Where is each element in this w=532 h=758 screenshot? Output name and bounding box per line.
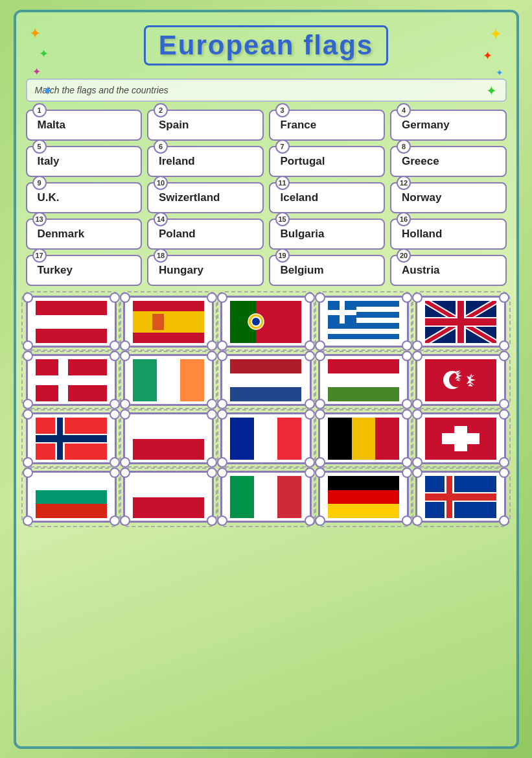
svg-rect-20 [328, 339, 399, 343]
flag-france [220, 412, 311, 464]
flag-ireland [123, 354, 214, 406]
svg-rect-79 [445, 476, 454, 518]
country-name-6: Ireland [159, 155, 195, 168]
svg-rect-61 [352, 418, 375, 460]
country-item-3: 3France [269, 110, 386, 141]
svg-rect-57 [230, 418, 254, 460]
flag-denmark [26, 354, 117, 406]
country-name-19: Belgium [281, 264, 324, 277]
country-num-3: 3 [275, 103, 290, 117]
country-item-11: 11Iceland [269, 182, 386, 213]
svg-rect-45 [425, 359, 496, 401]
country-num-13: 13 [32, 212, 47, 226]
svg-rect-17 [328, 323, 399, 329]
country-num-14: 14 [154, 212, 168, 226]
country-item-1: 1Malta [26, 110, 143, 141]
svg-line-27 [425, 301, 496, 343]
countries-grid: 1Malta2Spain3France4Germany5Italy6Irelan… [26, 110, 507, 286]
flag-iceland [415, 471, 506, 523]
svg-rect-38 [180, 359, 204, 401]
svg-rect-78 [425, 492, 496, 502]
svg-rect-24 [425, 301, 496, 343]
svg-rect-7 [230, 301, 256, 343]
svg-rect-66 [36, 476, 107, 490]
country-name-16: Holland [402, 228, 442, 241]
svg-rect-72 [254, 476, 277, 518]
svg-rect-54 [57, 418, 63, 460]
country-num-20: 20 [397, 248, 411, 263]
flag-italy [220, 471, 311, 523]
svg-rect-1 [36, 315, 107, 329]
svg-line-26 [425, 301, 496, 343]
country-num-4: 4 [397, 103, 411, 117]
svg-rect-42 [328, 359, 399, 373]
country-item-8: 8Greece [390, 146, 507, 177]
svg-rect-74 [328, 476, 399, 490]
svg-rect-32 [457, 301, 464, 343]
flag-turkey [415, 354, 506, 406]
svg-rect-35 [58, 359, 68, 401]
flag-uk [415, 296, 506, 348]
svg-rect-31 [425, 318, 496, 326]
country-num-5: 5 [32, 139, 47, 154]
country-num-2: 2 [154, 103, 168, 117]
country-name-8: Greece [402, 155, 439, 168]
svg-rect-41 [230, 387, 301, 401]
flag-poland2 [123, 471, 214, 523]
svg-rect-68 [36, 504, 107, 518]
svg-rect-51 [36, 434, 107, 444]
country-num-7: 7 [275, 139, 290, 154]
flag-greece [318, 296, 409, 348]
country-name-17: Turkey [38, 264, 73, 277]
svg-rect-63 [425, 418, 496, 460]
country-item-20: 20Austria [390, 255, 507, 286]
country-name-5: Italy [38, 155, 60, 168]
svg-marker-48 [455, 370, 462, 381]
country-item-4: 4Germany [390, 110, 507, 141]
flag-switzerland [415, 412, 506, 464]
country-num-1: 1 [32, 103, 47, 117]
flag-holland [220, 354, 311, 406]
svg-rect-70 [133, 497, 204, 518]
svg-rect-15 [328, 312, 399, 318]
country-num-11: 11 [275, 176, 290, 190]
flag-germany [318, 471, 409, 523]
svg-rect-29 [425, 317, 496, 327]
svg-rect-53 [36, 435, 107, 442]
country-num-10: 10 [154, 176, 168, 190]
country-num-8: 8 [397, 139, 411, 154]
svg-rect-33 [36, 359, 107, 401]
country-name-1: Malta [38, 119, 65, 132]
country-name-20: Austria [402, 264, 440, 277]
country-item-10: 10Swizertland [147, 182, 264, 213]
instruction-box: Match the flags and the countries [26, 78, 507, 102]
svg-rect-18 [328, 329, 399, 334]
country-name-15: Bulgaria [281, 228, 325, 241]
country-item-19: 19Belgium [269, 255, 386, 286]
svg-rect-52 [55, 418, 65, 460]
svg-rect-14 [328, 307, 399, 312]
country-name-3: France [281, 119, 317, 132]
svg-rect-81 [446, 476, 452, 518]
country-item-5: 5Italy [26, 146, 143, 177]
country-item-12: 12Norway [390, 182, 507, 213]
svg-point-47 [449, 373, 463, 387]
page-title: European flags [144, 25, 388, 65]
country-num-16: 16 [397, 212, 411, 226]
flag-poland [123, 412, 214, 464]
svg-rect-2 [36, 329, 107, 343]
main-container: ✦ ✦ ✦ ✦ ✦ ✦ ✦ ✦ European flags Match the… [14, 10, 519, 749]
svg-rect-67 [36, 490, 107, 504]
svg-rect-34 [36, 375, 107, 385]
country-name-12: Norway [402, 191, 441, 204]
country-item-2: 2Spain [147, 110, 264, 141]
svg-rect-6 [152, 314, 164, 330]
svg-rect-4 [133, 311, 204, 333]
svg-rect-64 [454, 426, 467, 451]
country-item-16: 16Holland [390, 219, 507, 250]
svg-rect-65 [442, 433, 480, 444]
svg-rect-55 [133, 418, 204, 439]
country-num-18: 18 [154, 248, 168, 263]
svg-point-46 [443, 371, 461, 389]
country-name-13: Denmark [38, 228, 85, 241]
